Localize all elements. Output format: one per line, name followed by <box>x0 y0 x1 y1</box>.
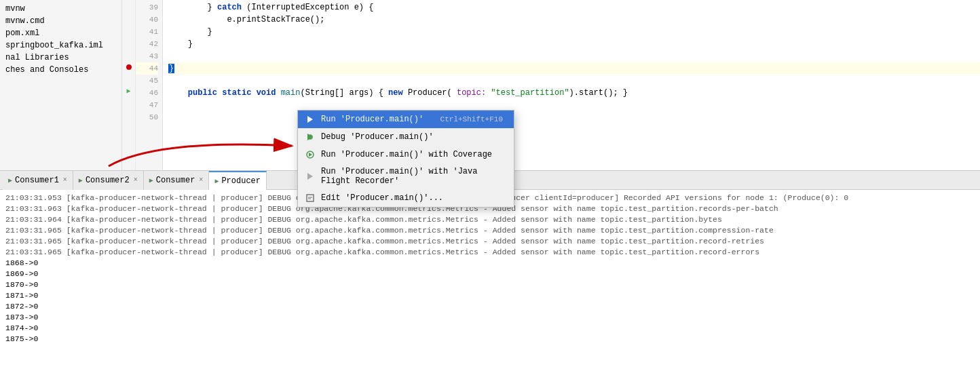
debug-icon <box>305 132 316 142</box>
sidebar-item-consoles[interactable]: ches and Consoles <box>0 64 121 76</box>
svg-rect-7 <box>307 195 314 201</box>
coverage-icon <box>305 149 316 160</box>
tab-consumer-close[interactable]: × <box>199 176 203 184</box>
sidebar: mvnw mvnw.cmd pom.xml springboot_kafka.i… <box>0 0 122 170</box>
log-line-3: 21:03:31.965 [kafka-producer-network-thr… <box>5 225 975 236</box>
code-line-41: } <box>168 26 980 38</box>
breakpoint-icon <box>126 64 132 70</box>
gutter-43 <box>122 49 135 61</box>
code-line-43 <box>168 50 980 62</box>
gutter-50 <box>122 110 135 122</box>
tab-consumer1[interactable]: ▶ Consumer1 × <box>3 171 73 190</box>
tab-consumer[interactable]: ▶ Consumer × <box>144 171 210 190</box>
code-line-40: e.printStackTrace(); <box>168 14 980 26</box>
sidebar-item-mvnwcmd[interactable]: mvnw.cmd <box>0 15 121 27</box>
console-icon-2: ▶ <box>79 176 83 184</box>
gutter-40 <box>122 12 135 24</box>
line-num-46: 46 <box>136 87 158 99</box>
tab-producer-label: Producer <box>221 176 261 186</box>
tab-consumer2-close[interactable]: × <box>134 176 138 184</box>
console-icon-4: ▶ <box>214 177 219 185</box>
line-num-40: 40 <box>136 14 158 26</box>
gutter: ▶ <box>122 0 136 170</box>
tab-consumer-label: Consumer <box>156 176 195 185</box>
code-lines: } catch (InterruptedException e) { e.pri… <box>163 0 980 170</box>
sidebar-item-pom[interactable]: pom.xml <box>0 27 121 39</box>
menu-run-label: Run 'Producer.main()' <box>321 115 435 124</box>
gutter-47 <box>122 98 135 110</box>
tab-consumer1-label: Consumer1 <box>15 176 59 185</box>
log-num-1: 1869->0 <box>5 269 975 279</box>
edit-icon <box>305 193 316 203</box>
log-num-7: 1875->0 <box>5 334 975 345</box>
gutter-45 <box>122 73 135 85</box>
code-line-44: } <box>168 62 980 75</box>
console-icon-1: ▶ <box>8 176 12 184</box>
line-num-45: 45 <box>136 75 158 87</box>
menu-coverage[interactable]: Run 'Producer.main()' with Coverage <box>298 146 514 163</box>
sidebar-item-libraries[interactable]: nal Libraries <box>0 52 121 64</box>
code-line-39: } catch (InterruptedException e) { <box>168 1 980 14</box>
svg-marker-5 <box>309 153 312 157</box>
log-line-2: 21:03:31.964 [kafka-producer-network-thr… <box>5 214 975 225</box>
log-num-3: 1871->0 <box>5 290 975 301</box>
sidebar-item-mvnw[interactable]: mvnw <box>0 3 121 15</box>
console-icon-3: ▶ <box>149 176 153 184</box>
log-num-5: 1873->0 <box>5 312 975 323</box>
code-line-47 <box>168 99 980 111</box>
code-line-50 <box>168 111 980 123</box>
menu-run[interactable]: Run 'Producer.main()' Ctrl+Shift+F10 <box>298 111 514 128</box>
gutter-44 <box>122 61 135 73</box>
svg-marker-1 <box>307 116 313 123</box>
line-num-47: 47 <box>136 99 158 111</box>
sidebar-item-iml[interactable]: springboot_kafka.iml <box>0 39 121 52</box>
log-num-2: 1870->0 <box>5 279 975 290</box>
code-area: ▶ 39 40 41 42 43 44 45 46 47 50 } catch … <box>122 0 980 170</box>
code-line-45 <box>168 75 980 87</box>
menu-coverage-label: Run 'Producer.main()' with Coverage <box>321 150 503 159</box>
gutter-41 <box>122 24 135 37</box>
log-num-4: 1872->0 <box>5 301 975 312</box>
code-line-42: } <box>168 38 980 50</box>
menu-debug-label: Debug 'Producer.main()' <box>321 132 503 142</box>
menu-flight-label: Run 'Producer.main()' with 'Java Flight … <box>321 167 503 186</box>
tab-producer[interactable]: ▶ Producer <box>209 171 267 190</box>
menu-debug[interactable]: Debug 'Producer.main()' <box>298 128 514 146</box>
menu-flight[interactable]: Run 'Producer.main()' with 'Java Flight … <box>298 163 514 189</box>
line-num-42: 42 <box>136 38 158 50</box>
main-area: mvnw mvnw.cmd pom.xml springboot_kafka.i… <box>0 0 980 171</box>
menu-run-shortcut: Ctrl+Shift+F10 <box>440 115 503 123</box>
line-num-41: 41 <box>136 26 158 38</box>
log-line-5: 21:03:31.965 [kafka-producer-network-thr… <box>5 247 975 258</box>
log-num-6: 1874->0 <box>5 323 975 334</box>
gutter-46[interactable]: ▶ <box>122 85 135 98</box>
line-num-44: 44 <box>136 62 158 75</box>
log-num-0: 1868->0 <box>5 258 975 269</box>
tab-consumer2-label: Consumer2 <box>86 176 130 185</box>
gutter-42 <box>122 37 135 49</box>
log-line-4: 21:03:31.965 [kafka-producer-network-thr… <box>5 236 975 247</box>
code-line-46: public static void main(String[] args) {… <box>168 87 980 99</box>
gutter-39 <box>122 0 135 12</box>
run-icon <box>305 114 316 125</box>
menu-edit-label: Edit 'Producer.main()'... <box>321 193 503 203</box>
line-num-43: 43 <box>136 50 158 62</box>
svg-marker-6 <box>307 173 313 180</box>
line-num-50: 50 <box>136 111 158 123</box>
tab-consumer1-close[interactable]: × <box>63 176 67 184</box>
tab-consumer2[interactable]: ▶ Consumer2 × <box>73 171 144 190</box>
menu-edit[interactable]: Edit 'Producer.main()'... <box>298 189 514 207</box>
context-menu: Run 'Producer.main()' Ctrl+Shift+F10 Deb… <box>297 110 514 208</box>
line-num-39: 39 <box>136 1 158 14</box>
line-numbers: 39 40 41 42 43 44 45 46 47 50 <box>136 0 163 170</box>
flight-icon <box>305 171 316 182</box>
log-content: 21:03:31.953 [kafka-producer-network-thr… <box>0 190 980 392</box>
